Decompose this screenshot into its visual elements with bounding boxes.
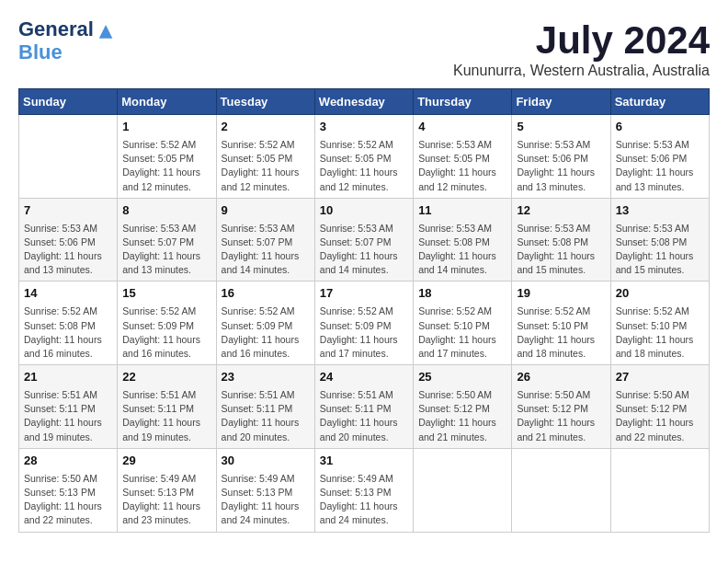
calendar-cell [19,115,118,199]
day-details: Sunrise: 5:52 AM Sunset: 5:08 PM Dayligh… [24,304,112,361]
day-details: Sunrise: 5:52 AM Sunset: 5:05 PM Dayligh… [122,138,210,194]
calendar-cell: 1Sunrise: 5:52 AM Sunset: 5:05 PM Daylig… [118,115,216,199]
day-number: 9 [222,202,310,220]
day-number: 4 [418,119,506,136]
logo: General ▴ Blue [18,18,111,63]
calendar-cell: 27Sunrise: 5:50 AM Sunset: 5:12 PM Dayli… [610,365,709,449]
day-details: Sunrise: 5:53 AM Sunset: 5:06 PM Dayligh… [24,222,112,278]
day-details: Sunrise: 5:50 AM Sunset: 5:13 PM Dayligh… [24,472,112,528]
day-details: Sunrise: 5:52 AM Sunset: 5:09 PM Dayligh… [320,304,408,361]
day-number: 13 [616,202,704,220]
calendar-cell: 4Sunrise: 5:53 AM Sunset: 5:05 PM Daylig… [414,115,512,199]
day-number: 5 [517,119,605,136]
day-number: 12 [517,202,605,220]
week-row-4: 28Sunrise: 5:50 AM Sunset: 5:13 PM Dayli… [19,448,710,532]
day-number: 14 [24,285,112,303]
calendar-cell: 20Sunrise: 5:52 AM Sunset: 5:10 PM Dayli… [610,282,709,365]
calendar-cell: 30Sunrise: 5:49 AM Sunset: 5:13 PM Dayli… [216,448,314,532]
day-number: 3 [320,119,408,136]
day-number: 2 [222,119,310,136]
day-number: 10 [320,202,408,220]
day-details: Sunrise: 5:53 AM Sunset: 5:08 PM Dayligh… [418,222,506,278]
day-details: Sunrise: 5:51 AM Sunset: 5:11 PM Dayligh… [24,388,112,444]
day-details: Sunrise: 5:53 AM Sunset: 5:07 PM Dayligh… [320,222,408,278]
day-details: Sunrise: 5:50 AM Sunset: 5:12 PM Dayligh… [616,388,704,444]
day-details: Sunrise: 5:53 AM Sunset: 5:07 PM Dayligh… [222,222,310,278]
calendar-cell: 29Sunrise: 5:49 AM Sunset: 5:13 PM Dayli… [118,448,216,532]
header-friday: Friday [512,89,610,115]
week-row-3: 21Sunrise: 5:51 AM Sunset: 5:11 PM Dayli… [19,365,710,449]
calendar-cell: 13Sunrise: 5:53 AM Sunset: 5:08 PM Dayli… [610,198,709,282]
calendar-cell: 10Sunrise: 5:53 AM Sunset: 5:07 PM Dayli… [314,198,413,282]
calendar-cell: 24Sunrise: 5:51 AM Sunset: 5:11 PM Dayli… [314,365,413,449]
day-number: 1 [122,119,210,136]
calendar-header-row: SundayMondayTuesdayWednesdayThursdayFrid… [19,89,710,115]
day-details: Sunrise: 5:51 AM Sunset: 5:11 PM Dayligh… [320,388,408,444]
day-number: 7 [24,202,112,220]
day-details: Sunrise: 5:49 AM Sunset: 5:13 PM Dayligh… [122,472,210,528]
calendar-cell: 28Sunrise: 5:50 AM Sunset: 5:13 PM Dayli… [19,448,118,532]
day-number: 26 [517,369,605,386]
title-section: July 2024 Kununurra, Western Australia, … [453,18,710,79]
day-number: 22 [122,369,210,386]
day-number: 29 [122,453,210,470]
day-details: Sunrise: 5:51 AM Sunset: 5:11 PM Dayligh… [122,388,210,444]
day-number: 11 [418,202,506,220]
calendar-cell: 12Sunrise: 5:53 AM Sunset: 5:08 PM Dayli… [512,198,610,282]
calendar-cell: 11Sunrise: 5:53 AM Sunset: 5:08 PM Dayli… [414,198,512,282]
day-number: 19 [517,285,605,303]
header-wednesday: Wednesday [314,89,413,115]
day-number: 15 [122,285,210,303]
week-row-2: 14Sunrise: 5:52 AM Sunset: 5:08 PM Dayli… [19,282,710,365]
day-number: 24 [320,369,408,386]
page-subtitle: Kununurra, Western Australia, Australia [453,63,710,79]
day-number: 23 [222,369,310,386]
day-details: Sunrise: 5:49 AM Sunset: 5:13 PM Dayligh… [222,472,310,528]
header: General ▴ Blue July 2024 Kununurra, West… [18,18,710,79]
calendar-cell: 16Sunrise: 5:52 AM Sunset: 5:09 PM Dayli… [216,282,314,365]
calendar-cell: 2Sunrise: 5:52 AM Sunset: 5:05 PM Daylig… [216,115,314,199]
day-details: Sunrise: 5:52 AM Sunset: 5:09 PM Dayligh… [122,304,210,361]
day-details: Sunrise: 5:53 AM Sunset: 5:06 PM Dayligh… [616,138,704,194]
day-details: Sunrise: 5:52 AM Sunset: 5:09 PM Dayligh… [222,304,310,361]
day-details: Sunrise: 5:53 AM Sunset: 5:06 PM Dayligh… [517,138,605,194]
calendar-cell: 6Sunrise: 5:53 AM Sunset: 5:06 PM Daylig… [610,115,709,199]
header-sunday: Sunday [19,89,118,115]
calendar-cell: 26Sunrise: 5:50 AM Sunset: 5:12 PM Dayli… [512,365,610,449]
calendar-cell: 9Sunrise: 5:53 AM Sunset: 5:07 PM Daylig… [216,198,314,282]
calendar-cell [414,448,512,532]
day-number: 31 [320,453,408,470]
day-details: Sunrise: 5:49 AM Sunset: 5:13 PM Dayligh… [320,472,408,528]
calendar-cell: 25Sunrise: 5:50 AM Sunset: 5:12 PM Dayli… [414,365,512,449]
day-number: 21 [24,369,112,386]
day-number: 6 [616,119,704,136]
calendar-cell: 22Sunrise: 5:51 AM Sunset: 5:11 PM Dayli… [118,365,216,449]
week-row-0: 1Sunrise: 5:52 AM Sunset: 5:05 PM Daylig… [19,115,710,199]
calendar-cell: 17Sunrise: 5:52 AM Sunset: 5:09 PM Dayli… [314,282,413,365]
day-number: 28 [24,453,112,470]
calendar-table: SundayMondayTuesdayWednesdayThursdayFrid… [18,88,710,533]
day-details: Sunrise: 5:52 AM Sunset: 5:05 PM Dayligh… [320,138,408,194]
day-number: 27 [616,369,704,386]
day-details: Sunrise: 5:52 AM Sunset: 5:05 PM Dayligh… [222,138,310,194]
calendar-cell: 5Sunrise: 5:53 AM Sunset: 5:06 PM Daylig… [512,115,610,199]
day-number: 30 [222,453,310,470]
day-number: 25 [418,369,506,386]
logo-bird-icon: ▴ [99,17,111,44]
calendar-cell: 21Sunrise: 5:51 AM Sunset: 5:11 PM Dayli… [19,365,118,449]
day-details: Sunrise: 5:53 AM Sunset: 5:07 PM Dayligh… [122,222,210,278]
day-details: Sunrise: 5:51 AM Sunset: 5:11 PM Dayligh… [222,388,310,444]
calendar-cell: 18Sunrise: 5:52 AM Sunset: 5:10 PM Dayli… [414,282,512,365]
day-details: Sunrise: 5:52 AM Sunset: 5:10 PM Dayligh… [418,304,506,361]
day-details: Sunrise: 5:52 AM Sunset: 5:10 PM Dayligh… [616,304,704,361]
day-details: Sunrise: 5:53 AM Sunset: 5:08 PM Dayligh… [616,222,704,278]
calendar-cell: 31Sunrise: 5:49 AM Sunset: 5:13 PM Dayli… [314,448,413,532]
day-number: 16 [222,285,310,303]
header-thursday: Thursday [414,89,512,115]
day-details: Sunrise: 5:53 AM Sunset: 5:08 PM Dayligh… [517,222,605,278]
week-row-1: 7Sunrise: 5:53 AM Sunset: 5:06 PM Daylig… [19,198,710,282]
calendar-cell: 8Sunrise: 5:53 AM Sunset: 5:07 PM Daylig… [118,198,216,282]
logo-general: General [18,17,94,40]
day-details: Sunrise: 5:53 AM Sunset: 5:05 PM Dayligh… [418,138,506,194]
header-tuesday: Tuesday [216,89,314,115]
